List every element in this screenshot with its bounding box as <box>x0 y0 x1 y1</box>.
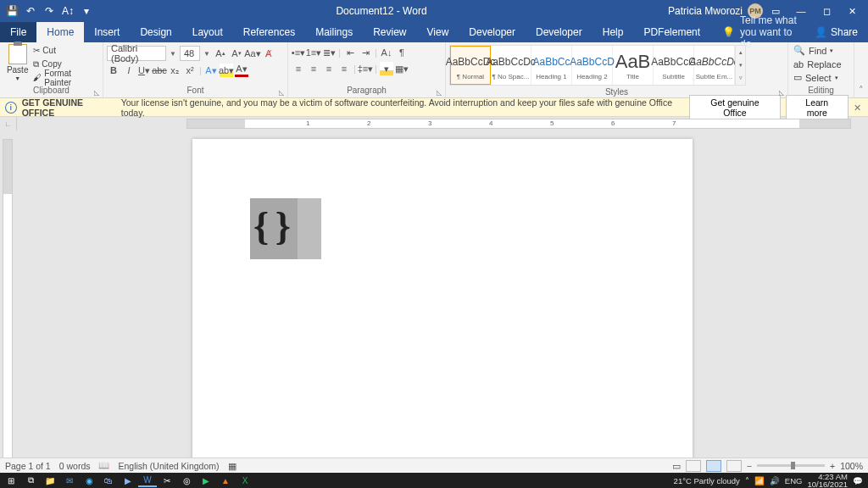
tray-language[interactable]: ENG <box>785 476 803 485</box>
learn-more-button[interactable]: Learn more <box>786 95 849 120</box>
tab-home[interactable]: Home <box>36 22 84 42</box>
page-indicator[interactable]: Page 1 of 1 <box>5 461 51 471</box>
show-marks-button[interactable]: ¶ <box>395 46 409 59</box>
font-size-select[interactable]: 48 <box>180 46 200 61</box>
tray-clock[interactable]: 4:23 AM 10/16/2021 <box>807 473 848 489</box>
sort-button[interactable]: A↓ <box>380 46 393 59</box>
align-center-button[interactable]: ≡ <box>307 62 320 75</box>
multilevel-button[interactable]: ≣▾ <box>322 46 336 59</box>
bullets-button[interactable]: •≡▾ <box>292 46 305 59</box>
paragraph-launcher[interactable]: ◺ <box>435 89 443 97</box>
bold-button[interactable]: B <box>107 64 120 77</box>
style-heading1[interactable]: AaBbCcHeading 1 <box>531 46 572 85</box>
get-genuine-button[interactable]: Get genuine Office <box>689 95 780 120</box>
weather-widget[interactable]: 21°C Partly cloudy <box>674 476 740 485</box>
style-title[interactable]: AaBTitle <box>613 46 654 85</box>
redo-button[interactable]: ↷ <box>41 3 58 19</box>
system-tray[interactable]: 21°C Partly cloudy ˄ 📶 🔊 ENG 4:23 AM 10/… <box>674 473 866 489</box>
tab-file[interactable]: File <box>0 22 36 42</box>
tray-chevron-icon[interactable]: ˄ <box>745 476 749 485</box>
close-button[interactable]: ✕ <box>839 3 865 19</box>
paste-button[interactable]: Paste ▼ <box>3 44 31 81</box>
tab-layout[interactable]: Layout <box>182 22 233 42</box>
display-settings-icon[interactable]: ▭ <box>672 461 681 471</box>
underline-button[interactable]: U▾ <box>137 64 151 77</box>
styles-gallery-more[interactable]: ▴▾▿ <box>735 46 745 85</box>
format-painter-button[interactable]: 🖌Format Painter <box>33 71 99 84</box>
taskbar-vlc[interactable]: ▲ <box>216 474 235 487</box>
borders-button[interactable]: ▦▾ <box>395 62 409 75</box>
taskbar-mail[interactable]: ✉ <box>60 474 79 487</box>
language-indicator[interactable]: English (United Kingdom) <box>118 461 219 471</box>
tab-developer-2[interactable]: Developer <box>526 22 593 42</box>
tab-design[interactable]: Design <box>130 22 181 42</box>
share-button[interactable]: 👤 Share <box>804 22 868 42</box>
page[interactable]: { } <box>192 139 693 473</box>
replace-button[interactable]: abReplace <box>793 58 842 70</box>
taskbar-media[interactable]: ▶ <box>197 474 215 487</box>
tab-mailings[interactable]: Mailings <box>305 22 363 42</box>
zoom-out-button[interactable]: − <box>747 461 752 471</box>
style-subtle-emphasis[interactable]: AaBbCcDcSubtle Em... <box>694 46 735 85</box>
style-heading2[interactable]: AaBbCcDHeading 2 <box>572 46 613 85</box>
numbering-button[interactable]: 1≡▾ <box>307 46 320 59</box>
tray-volume-icon[interactable]: 🔊 <box>770 476 780 485</box>
notifications-icon[interactable]: 💬 <box>853 476 863 485</box>
tab-selector[interactable]: ∟ <box>0 117 17 130</box>
tab-view[interactable]: View <box>417 22 459 42</box>
zoom-level[interactable]: 100% <box>840 461 863 471</box>
align-left-button[interactable]: ≡ <box>292 62 305 75</box>
taskbar-movies[interactable]: ▶ <box>119 474 137 487</box>
collapse-ribbon-button[interactable]: ˄ <box>854 42 868 97</box>
qat-customize-button[interactable]: ▾ <box>78 3 95 19</box>
task-view-button[interactable]: ⧉ <box>21 474 40 487</box>
italic-button[interactable]: I <box>122 64 136 77</box>
zoom-in-button[interactable]: + <box>830 461 835 471</box>
font-color-button[interactable]: A▾ <box>235 64 248 77</box>
font-launcher[interactable]: ◺ <box>277 89 286 97</box>
style-normal[interactable]: AaBbCcDc¶ Normal <box>450 46 491 85</box>
horizontal-ruler[interactable]: 1 2 3 4 5 6 7 <box>186 117 851 130</box>
warning-close-button[interactable]: ✕ <box>854 103 861 113</box>
decrease-indent-button[interactable]: ⇤ <box>343 46 357 59</box>
read-mode-button[interactable] <box>686 460 701 472</box>
save-button[interactable]: 💾 <box>3 3 20 19</box>
find-button[interactable]: 🔍Find▾ <box>793 44 842 57</box>
touch-mode-button[interactable]: A↕ <box>59 3 76 19</box>
align-right-button[interactable]: ≡ <box>322 62 336 75</box>
tab-insert[interactable]: Insert <box>84 22 130 42</box>
style-subtitle[interactable]: AaBbCcCSubtitle <box>654 46 694 85</box>
tab-pdfelement[interactable]: PDFelement <box>633 22 710 42</box>
font-size-dd[interactable]: ▼ <box>203 50 211 58</box>
styles-gallery[interactable]: AaBbCcDc¶ Normal AaBbCcDc¶ No Spac... Aa… <box>449 45 746 86</box>
clipboard-launcher[interactable]: ◺ <box>92 89 101 97</box>
print-layout-button[interactable] <box>706 460 721 472</box>
spellcheck-icon[interactable]: 📖 <box>98 460 109 471</box>
superscript-button[interactable]: x² <box>183 64 197 77</box>
tab-review[interactable]: Review <box>363 22 416 42</box>
styles-launcher[interactable]: ◺ <box>777 89 786 97</box>
word-count[interactable]: 0 words <box>59 461 91 471</box>
cut-button[interactable]: ✂Cut <box>33 44 99 57</box>
undo-button[interactable]: ↶ <box>22 3 39 19</box>
maximize-button[interactable]: ◻ <box>814 3 839 19</box>
tab-references[interactable]: References <box>233 22 305 42</box>
highlight-button[interactable]: ab▾ <box>220 64 233 77</box>
justify-button[interactable]: ≡ <box>337 62 351 75</box>
tell-me-search[interactable]: 💡 Tell me what you want to do <box>710 22 804 42</box>
taskbar-word[interactable]: W <box>138 474 157 487</box>
taskbar-edge[interactable]: ◉ <box>80 474 98 487</box>
shading-button[interactable]: ▾ <box>380 62 393 75</box>
taskbar-explorer[interactable]: 📁 <box>41 474 59 487</box>
tab-developer[interactable]: Developer <box>459 22 526 42</box>
font-name-dd[interactable]: ▼ <box>169 50 177 58</box>
tab-help[interactable]: Help <box>593 22 634 42</box>
taskbar-store[interactable]: 🛍 <box>99 474 118 487</box>
clear-formatting-button[interactable]: A̸ <box>262 47 275 60</box>
taskbar-chrome[interactable]: ◎ <box>177 474 196 487</box>
taskbar-excel[interactable]: X <box>236 474 254 487</box>
line-spacing-button[interactable]: ‡≡▾ <box>359 62 372 75</box>
grow-font-button[interactable]: A▴ <box>214 47 227 60</box>
select-button[interactable]: ▭Select▾ <box>793 71 842 84</box>
text-effects-button[interactable]: A▾ <box>204 64 218 77</box>
